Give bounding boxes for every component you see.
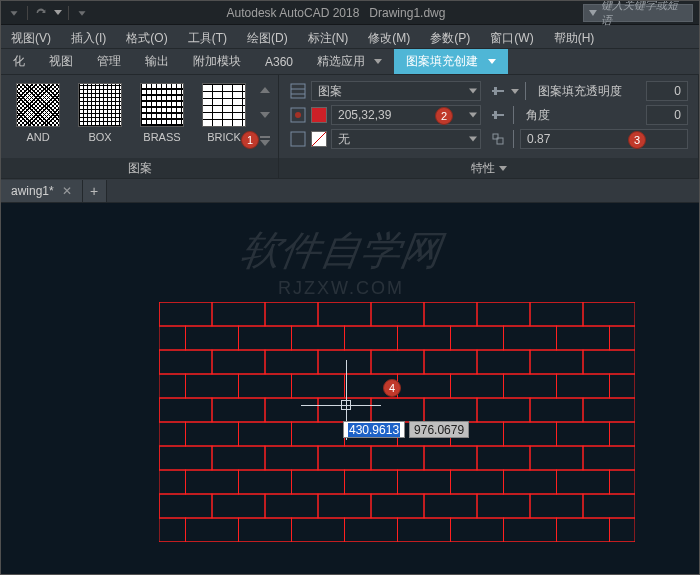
- pattern-brick[interactable]: BRICK 1: [193, 79, 255, 147]
- svg-rect-7: [291, 84, 305, 98]
- svg-rect-122: [239, 518, 292, 542]
- background-color-icon: [289, 130, 307, 148]
- qat-overflow-icon[interactable]: [75, 6, 89, 20]
- svg-rect-32: [159, 326, 186, 350]
- panel-title-properties[interactable]: 特性: [279, 158, 698, 178]
- svg-rect-26: [424, 302, 477, 326]
- svg-rect-101: [292, 470, 345, 494]
- svg-rect-63: [610, 374, 636, 398]
- hatch-color-swatch[interactable]: [311, 107, 327, 123]
- tab-view[interactable]: 视图: [37, 49, 85, 74]
- pattern-brass[interactable]: BRASS: [131, 79, 193, 147]
- svg-rect-54: [159, 374, 186, 398]
- svg-marker-3: [260, 87, 270, 93]
- close-tab-icon[interactable]: ✕: [62, 184, 72, 198]
- svg-rect-37: [398, 326, 451, 350]
- dynamic-input: 430.9613 976.0679: [343, 421, 469, 438]
- scroll-up-icon[interactable]: [258, 83, 272, 97]
- svg-rect-46: [318, 350, 371, 374]
- window-title: Autodesk AutoCAD 2018 Drawing1.dwg: [99, 6, 573, 20]
- svg-rect-73: [583, 398, 635, 422]
- dynamic-input-y[interactable]: 976.0679: [409, 421, 469, 438]
- tab-addins[interactable]: 附加模块: [181, 49, 253, 74]
- expand-gallery-icon[interactable]: [258, 133, 272, 147]
- svg-rect-67: [265, 398, 318, 422]
- background-color-dropdown[interactable]: 无: [331, 129, 481, 149]
- hatch-type-dropdown[interactable]: 图案: [311, 81, 481, 101]
- redo-icon[interactable]: [34, 6, 48, 20]
- panel-title-patterns: 图案: [1, 158, 278, 178]
- menu-window[interactable]: 窗口(W): [480, 25, 543, 48]
- infocenter-search[interactable]: 键入关键字或短语: [583, 4, 693, 22]
- transparency-slider-icon[interactable]: [489, 82, 507, 100]
- pattern-box[interactable]: BOX: [69, 79, 131, 147]
- svg-rect-51: [583, 350, 635, 374]
- svg-rect-61: [504, 374, 557, 398]
- menu-help[interactable]: 帮助(H): [544, 25, 605, 48]
- menu-tools[interactable]: 工具(T): [178, 25, 237, 48]
- pattern-swatch-brass: [140, 83, 184, 127]
- svg-rect-100: [239, 470, 292, 494]
- scroll-down-icon[interactable]: [258, 108, 272, 122]
- svg-rect-95: [583, 446, 635, 470]
- svg-rect-115: [477, 494, 530, 518]
- app-menu-icon[interactable]: [7, 6, 21, 20]
- svg-rect-113: [371, 494, 424, 518]
- quick-access-toolbar: [7, 6, 89, 20]
- svg-rect-103: [398, 470, 451, 494]
- menu-draw[interactable]: 绘图(D): [237, 25, 298, 48]
- tab-a360[interactable]: A360: [253, 49, 305, 74]
- menu-modify[interactable]: 修改(M): [358, 25, 420, 48]
- menu-insert[interactable]: 插入(I): [61, 25, 116, 48]
- svg-rect-34: [239, 326, 292, 350]
- tab-customize[interactable]: 化: [1, 49, 37, 74]
- svg-rect-94: [530, 446, 583, 470]
- svg-rect-50: [530, 350, 583, 374]
- new-tab-button[interactable]: +: [83, 180, 107, 202]
- menu-view[interactable]: 视图(V): [1, 25, 61, 48]
- hatch-color-dropdown[interactable]: 205,32,39: [331, 105, 481, 125]
- hatch-type-icon: [289, 82, 307, 100]
- svg-rect-121: [186, 518, 239, 542]
- menu-parametric[interactable]: 参数(P): [420, 25, 480, 48]
- transparency-value[interactable]: 0: [646, 81, 688, 101]
- svg-rect-65: [159, 398, 212, 422]
- svg-rect-84: [557, 422, 610, 446]
- svg-rect-72: [530, 398, 583, 422]
- svg-rect-56: [239, 374, 292, 398]
- pattern-and[interactable]: AND: [7, 79, 69, 147]
- transparency-mode-dropdown[interactable]: [511, 89, 519, 94]
- svg-rect-60: [451, 374, 504, 398]
- document-tab-1[interactable]: awing1* ✕: [1, 180, 83, 202]
- svg-marker-1: [79, 11, 86, 15]
- dynamic-input-x[interactable]: 430.9613: [343, 421, 405, 438]
- svg-rect-45: [265, 350, 318, 374]
- svg-rect-27: [477, 302, 530, 326]
- scale-value[interactable]: 0.87: [520, 129, 688, 149]
- svg-rect-107: [610, 470, 636, 494]
- svg-rect-62: [557, 374, 610, 398]
- ribbon-tabs: 化 视图 管理 输出 附加模块 A360 精选应用 图案填充创建: [1, 49, 699, 75]
- angle-label: 角度: [520, 105, 642, 125]
- menu-format[interactable]: 格式(O): [116, 25, 177, 48]
- drawing-viewport[interactable]: 软件自学网 RJZXW.COM 4 430.9613 976.0679: [1, 203, 699, 575]
- angle-value[interactable]: 0: [646, 105, 688, 125]
- scale-icon[interactable]: [489, 130, 507, 148]
- tab-output[interactable]: 输出: [133, 49, 181, 74]
- svg-rect-35: [292, 326, 345, 350]
- menu-dimension[interactable]: 标注(N): [298, 25, 359, 48]
- ribbon: AND BOX BRASS BRICK 1 图案: [1, 75, 699, 179]
- svg-marker-6: [260, 140, 270, 146]
- svg-rect-57: [292, 374, 345, 398]
- angle-slider-icon[interactable]: [489, 106, 507, 124]
- tab-featured[interactable]: 精选应用: [305, 49, 394, 74]
- watermark: 软件自学网 RJZXW.COM: [241, 223, 441, 299]
- annotation-badge-4: 4: [383, 379, 401, 397]
- svg-rect-5: [260, 136, 270, 138]
- svg-rect-128: [557, 518, 610, 542]
- background-none-swatch[interactable]: [311, 131, 327, 147]
- tab-manage[interactable]: 管理: [85, 49, 133, 74]
- tab-hatch-creation[interactable]: 图案填充创建: [394, 49, 507, 74]
- svg-rect-69: [371, 398, 424, 422]
- svg-rect-106: [557, 470, 610, 494]
